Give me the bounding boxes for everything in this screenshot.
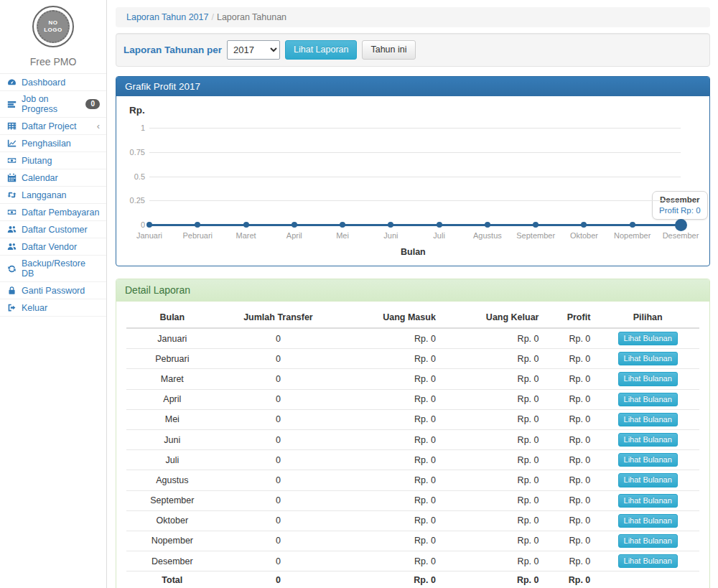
chart-panel-title: Grafik Profit 2017 (116, 77, 709, 96)
cell-profit: Rp. 0 (545, 328, 597, 349)
cell-pilihan: Lihat Bulanan (596, 531, 699, 551)
data-point-april[interactable] (292, 222, 297, 228)
sidebar-item-penghasilan[interactable]: Penghasilan (0, 135, 106, 152)
sidebar-item-keluar[interactable]: Keluar (0, 299, 106, 317)
cell-jumlah-transfer: 0 (218, 429, 339, 449)
sidebar-item-label: Penghasilan (22, 139, 71, 149)
cell-jumlah-transfer: 0 (218, 450, 339, 470)
lihat-bulanan-button-april[interactable]: Lihat Bulanan (618, 393, 678, 406)
sidebar-item-calendar[interactable]: Calendar (0, 169, 106, 187)
sidebar-item-label: Ganti Password (22, 286, 85, 296)
sidebar-item-label: Dashboard (22, 78, 65, 88)
y-tick-label: 0.75 (116, 148, 145, 157)
sidebar-item-label: Daftar Project (22, 121, 76, 131)
breadcrumb-link-laporan-tahun[interactable]: Laporan Tahun 2017 (126, 12, 208, 22)
sidebar-item-daftar-vendor[interactable]: Daftar Vendor (0, 238, 106, 256)
breadcrumb-separator: / (211, 12, 213, 22)
data-point-september[interactable] (533, 222, 538, 228)
lihat-bulanan-button-juli[interactable]: Lihat Bulanan (618, 453, 678, 467)
cell-uang-keluar: Rp. 0 (442, 389, 545, 409)
table-row-oktober: Oktober0Rp. 0Rp. 0Rp. 0Lihat Bulanan (126, 510, 699, 531)
cell-pilihan: Lihat Bulanan (596, 409, 699, 429)
lihat-bulanan-button-januari[interactable]: Lihat Bulanan (618, 332, 678, 345)
data-point-maret[interactable] (243, 222, 249, 228)
cell-pilihan: Lihat Bulanan (596, 470, 699, 490)
sidebar-item-piutang[interactable]: Piutang (0, 152, 106, 169)
cell-bulan: Januari (126, 328, 218, 349)
table-row-mei: Mei0Rp. 0Rp. 0Rp. 0Lihat Bulanan (126, 409, 699, 429)
cell-jumlah-transfer: 0 (218, 369, 339, 389)
line-chart-icon (6, 139, 17, 149)
logo: NO LOGO (0, 0, 106, 52)
year-select[interactable]: 2017 (227, 40, 280, 60)
table-total-row: Total0Rp. 0Rp. 0Rp. 0 (126, 571, 699, 588)
no-logo-placeholder: NO LOGO (37, 10, 70, 43)
sidebar-item-label: Job on Progress (22, 94, 80, 114)
gridline (149, 128, 681, 129)
sidebar-item-job-on-progress[interactable]: Job on Progress0 (0, 91, 106, 118)
money-icon (6, 156, 17, 166)
brand-name: Free PMO (0, 52, 106, 73)
table-row-juni: Juni0Rp. 0Rp. 0Rp. 0Lihat Bulanan (126, 429, 699, 449)
data-point-mei[interactable] (340, 222, 345, 228)
chevron-left-icon: ‹ (97, 121, 100, 131)
cell-uang-keluar: Rp. 0 (442, 470, 545, 490)
lihat-bulanan-button-nopember[interactable]: Lihat Bulanan (618, 534, 678, 548)
cell-uang-keluar: Rp. 0 (442, 571, 545, 588)
lihat-bulanan-button-maret[interactable]: Lihat Bulanan (618, 372, 678, 386)
lihat-bulanan-button-mei[interactable]: Lihat Bulanan (618, 413, 678, 426)
lihat-laporan-button[interactable]: Lihat Laporan (285, 40, 357, 60)
lihat-bulanan-button-agustus[interactable]: Lihat Bulanan (618, 473, 678, 487)
cell-profit: Rp. 0 (545, 429, 597, 449)
y-tick-label: 1 (116, 123, 145, 132)
data-point-juni[interactable] (388, 222, 393, 228)
breadcrumb: Laporan Tahun 2017/Laporan Tahunan (116, 7, 710, 27)
count-badge: 0 (85, 99, 100, 109)
cell-profit: Rp. 0 (545, 551, 597, 571)
data-point-desember[interactable] (675, 219, 687, 231)
sidebar-item-dashboard[interactable]: Dashboard (0, 74, 106, 91)
tahun-ini-button[interactable]: Tahun ini (362, 40, 415, 60)
column-header-uang-masuk: Uang Masuk (338, 307, 442, 328)
table-row-januari: Januari0Rp. 0Rp. 0Rp. 0Lihat Bulanan (126, 328, 699, 349)
cell-profit: Rp. 0 (545, 389, 597, 409)
table-row-desember: Desember0Rp. 0Rp. 0Rp. 0Lihat Bulanan (126, 551, 699, 571)
lihat-bulanan-button-juni[interactable]: Lihat Bulanan (618, 433, 678, 447)
profit-chart-panel: Grafik Profit 2017 Rp. Desember Profit R… (116, 76, 710, 266)
table-body: Januari0Rp. 0Rp. 0Rp. 0Lihat BulananPebr… (126, 328, 699, 588)
column-header-jumlah-transfer: Jumlah Transfer (218, 307, 339, 328)
data-point-juli[interactable] (437, 222, 442, 228)
x-tick-label: Agustus (460, 231, 515, 240)
data-point-agustus[interactable] (485, 222, 490, 228)
gridline (149, 177, 681, 177)
cell-uang-masuk: Rp. 0 (338, 510, 442, 531)
sidebar-item-daftar-customer[interactable]: Daftar Customer (0, 221, 106, 238)
cell-jumlah-transfer: 0 (218, 470, 339, 490)
cell-uang-masuk: Rp. 0 (338, 531, 442, 551)
data-point-januari[interactable] (146, 222, 152, 228)
x-tick-label: Nopember (605, 231, 660, 240)
sidebar-item-daftar-project[interactable]: Daftar Project‹ (0, 118, 106, 135)
data-point-nopember[interactable] (630, 222, 635, 228)
cell-jumlah-transfer: 0 (218, 328, 339, 349)
sidebar-item-daftar-pembayaran[interactable]: Daftar Pembayaran (0, 204, 106, 221)
sidebar-item-ganti-password[interactable]: Ganti Password (0, 282, 106, 299)
cell-uang-masuk: Rp. 0 (338, 571, 442, 588)
lihat-bulanan-button-september[interactable]: Lihat Bulanan (618, 494, 678, 508)
cell-bulan: Total (126, 571, 218, 588)
lihat-bulanan-button-pebruari[interactable]: Lihat Bulanan (618, 352, 678, 365)
x-tick-label: April (267, 231, 322, 240)
cell-uang-keluar: Rp. 0 (442, 409, 545, 429)
lihat-bulanan-button-desember[interactable]: Lihat Bulanan (618, 554, 678, 568)
sidebar-item-label: Daftar Vendor (22, 242, 77, 252)
cell-uang-masuk: Rp. 0 (338, 349, 442, 369)
cell-uang-masuk: Rp. 0 (338, 328, 442, 349)
cell-uang-keluar: Rp. 0 (442, 531, 545, 551)
data-point-pebruari[interactable] (195, 222, 200, 228)
data-point-oktober[interactable] (581, 222, 587, 228)
logo-circle: NO LOGO (32, 6, 74, 47)
sidebar-item-backup-restore-db[interactable]: Backup/Restore DB (0, 256, 106, 282)
sidebar-item-langganan[interactable]: Langganan (0, 187, 106, 204)
calendar-icon (6, 173, 17, 183)
lihat-bulanan-button-oktober[interactable]: Lihat Bulanan (618, 514, 678, 528)
